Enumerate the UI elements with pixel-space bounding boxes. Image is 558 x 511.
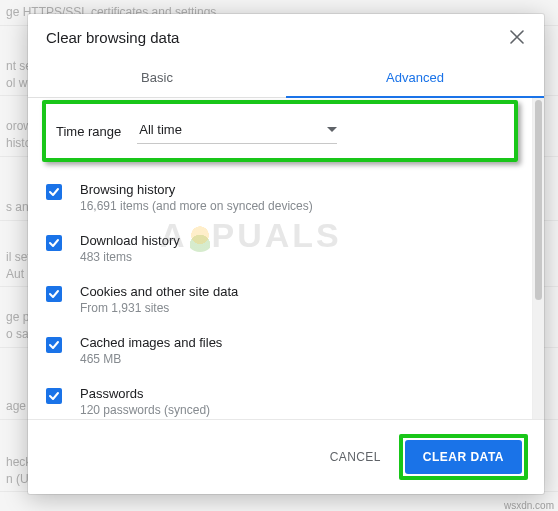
check-icon (48, 186, 60, 198)
item-subtitle: 465 MB (80, 352, 222, 366)
item-text: Cached images and files 465 MB (80, 335, 222, 366)
tab-basic[interactable]: Basic (28, 60, 286, 97)
list-item: Cached images and files 465 MB (42, 325, 518, 376)
clear-browsing-data-dialog: Clear browsing data Basic Advanced Time … (28, 14, 544, 494)
dialog-header: Clear browsing data (28, 14, 544, 52)
item-text: Cookies and other site data From 1,931 s… (80, 284, 238, 315)
item-subtitle: 483 items (80, 250, 180, 264)
tabs: Basic Advanced (28, 60, 544, 98)
highlight-clear-button: CLEAR DATA (399, 434, 528, 480)
checkbox-cookies[interactable] (46, 286, 62, 302)
vertical-scrollbar[interactable] (532, 98, 544, 419)
cancel-button[interactable]: CANCEL (330, 450, 381, 464)
dialog-footer: CANCEL CLEAR DATA (28, 419, 544, 494)
time-range-select[interactable]: All time (137, 118, 337, 144)
item-subtitle: From 1,931 sites (80, 301, 238, 315)
item-text: Browsing history 16,691 items (and more … (80, 182, 313, 213)
item-text: Passwords 120 passwords (synced) (80, 386, 210, 417)
list-item: Download history 483 items (42, 223, 518, 274)
dialog-body: Time range All time Browsing history 16,… (28, 98, 544, 419)
chevron-down-icon (327, 127, 337, 132)
scroll-content: Time range All time Browsing history 16,… (28, 98, 532, 419)
time-range-row: Time range All time (46, 104, 514, 158)
scrollbar-thumb[interactable] (535, 100, 542, 300)
check-icon (48, 390, 60, 402)
data-type-list: Browsing history 16,691 items (and more … (42, 172, 518, 419)
close-button[interactable] (508, 28, 526, 46)
list-item: Browsing history 16,691 items (and more … (42, 172, 518, 223)
item-text: Download history 483 items (80, 233, 180, 264)
checkbox-download-history[interactable] (46, 235, 62, 251)
close-icon (510, 30, 524, 44)
item-subtitle: 16,691 items (and more on synced devices… (80, 199, 313, 213)
list-item: Cookies and other site data From 1,931 s… (42, 274, 518, 325)
highlight-time-range: Time range All time (42, 100, 518, 162)
dialog-title: Clear browsing data (46, 29, 179, 46)
item-title: Download history (80, 233, 180, 248)
item-title: Browsing history (80, 182, 313, 197)
image-credit: wsxdn.com (504, 500, 554, 511)
item-title: Cached images and files (80, 335, 222, 350)
check-icon (48, 288, 60, 300)
checkbox-browsing-history[interactable] (46, 184, 62, 200)
checkbox-cached[interactable] (46, 337, 62, 353)
clear-data-button[interactable]: CLEAR DATA (405, 440, 522, 474)
checkbox-passwords[interactable] (46, 388, 62, 404)
time-range-value: All time (139, 122, 182, 137)
check-icon (48, 339, 60, 351)
item-title: Cookies and other site data (80, 284, 238, 299)
list-item: Passwords 120 passwords (synced) (42, 376, 518, 419)
item-title: Passwords (80, 386, 210, 401)
check-icon (48, 237, 60, 249)
item-subtitle: 120 passwords (synced) (80, 403, 210, 417)
time-range-label: Time range (56, 124, 121, 139)
tab-advanced[interactable]: Advanced (286, 60, 544, 97)
